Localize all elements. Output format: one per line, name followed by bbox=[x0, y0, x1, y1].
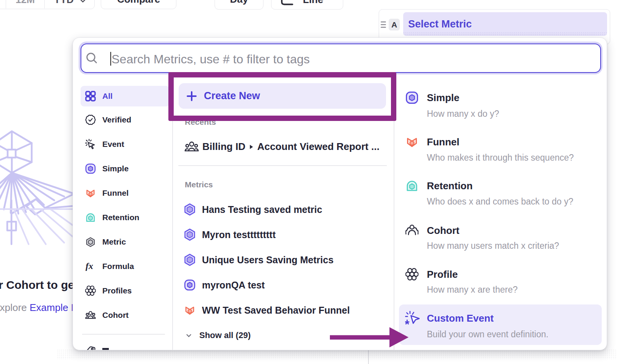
svg-text:fx: fx bbox=[86, 261, 93, 271]
